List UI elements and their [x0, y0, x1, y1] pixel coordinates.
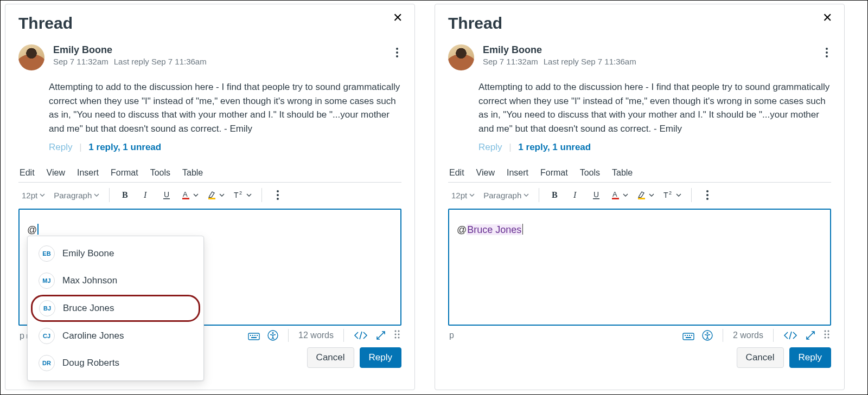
- mention-option[interactable]: CJ Caroline Jones: [31, 323, 200, 349]
- menu-view[interactable]: View: [476, 168, 495, 178]
- avatar[interactable]: [18, 44, 44, 70]
- svg-point-53: [828, 331, 829, 332]
- svg-rect-49: [686, 337, 691, 338]
- fullscreen-icon[interactable]: [805, 330, 816, 341]
- menu-table[interactable]: Table: [182, 168, 203, 178]
- highlight-color-icon[interactable]: [634, 186, 658, 204]
- close-icon[interactable]: ✕: [393, 12, 403, 24]
- accessibility-icon[interactable]: [267, 330, 278, 341]
- mention-dropdown: EB Emily Boone MJ Max Johnson BJ Bruce J…: [27, 236, 204, 381]
- reply-button[interactable]: Reply: [789, 347, 831, 368]
- editor-content[interactable]: @Bruce Jones: [448, 209, 831, 326]
- reply-button[interactable]: Reply: [360, 347, 401, 368]
- post-body: Attempting to add to the discussion here…: [478, 80, 831, 135]
- keyboard-icon[interactable]: [682, 331, 694, 340]
- svg-point-24: [398, 331, 400, 332]
- reply-link[interactable]: Reply: [49, 142, 72, 152]
- font-size-select[interactable]: 12pt: [448, 186, 478, 204]
- underline-icon[interactable]: U: [157, 186, 176, 204]
- svg-rect-20: [251, 337, 257, 338]
- bold-icon[interactable]: B: [546, 186, 564, 204]
- element-path[interactable]: p: [449, 331, 454, 340]
- mention-option[interactable]: DR Doug Roberts: [31, 350, 200, 376]
- menu-insert[interactable]: Insert: [507, 168, 528, 178]
- superscript-icon[interactable]: T2: [660, 186, 685, 204]
- editor-toolbar: 12pt Paragraph B I U A T2: [18, 182, 401, 206]
- highlight-color-icon[interactable]: [204, 186, 228, 204]
- menu-tools[interactable]: Tools: [580, 168, 600, 178]
- bold-icon[interactable]: B: [116, 186, 135, 204]
- more-options-icon[interactable]: [822, 44, 831, 70]
- underline-icon[interactable]: U: [587, 186, 605, 204]
- mention-option-label: Doug Roberts: [62, 358, 119, 368]
- post-author: Emily Boone: [483, 44, 814, 56]
- menu-edit[interactable]: Edit: [20, 168, 35, 178]
- italic-icon[interactable]: I: [566, 186, 585, 204]
- italic-icon[interactable]: I: [137, 186, 155, 204]
- svg-point-42: [706, 194, 709, 196]
- cancel-button[interactable]: Cancel: [737, 347, 784, 368]
- svg-rect-37: [612, 198, 619, 199]
- more-options-icon[interactable]: [393, 44, 401, 70]
- svg-point-56: [825, 337, 826, 339]
- html-editor-icon[interactable]: [354, 331, 368, 340]
- more-toolbar-icon[interactable]: [269, 186, 287, 204]
- svg-point-25: [395, 334, 397, 335]
- mention-avatar: CJ: [39, 328, 55, 344]
- svg-point-41: [706, 190, 709, 192]
- svg-point-13: [277, 194, 279, 196]
- mention-chip[interactable]: Bruce Jones: [467, 224, 522, 235]
- cancel-button[interactable]: Cancel: [307, 347, 354, 368]
- replies-summary-link[interactable]: 1 reply, 1 unread: [88, 142, 161, 152]
- resize-handle-icon[interactable]: [394, 329, 400, 342]
- replies-summary-link[interactable]: 1 reply, 1 unread: [518, 142, 591, 152]
- post-timestamp: Sep 7 11:32am: [483, 57, 538, 66]
- svg-point-26: [398, 334, 400, 335]
- rich-text-editor: Edit View Insert Format Tools Table 12pt…: [18, 167, 401, 368]
- more-toolbar-icon[interactable]: [698, 186, 717, 204]
- menu-format[interactable]: Format: [540, 168, 568, 178]
- resize-handle-icon[interactable]: [824, 329, 830, 342]
- svg-rect-17: [252, 335, 253, 336]
- reply-link[interactable]: Reply: [478, 142, 502, 152]
- font-size-select[interactable]: 12pt: [18, 186, 48, 204]
- menu-table[interactable]: Table: [612, 168, 633, 178]
- post-timestamp: Sep 7 11:32am: [53, 57, 108, 66]
- svg-rect-9: [208, 198, 215, 199]
- keyboard-icon[interactable]: [248, 331, 260, 340]
- superscript-icon[interactable]: T2: [230, 186, 255, 204]
- menu-view[interactable]: View: [47, 168, 65, 178]
- accessibility-icon[interactable]: [702, 330, 713, 341]
- menu-edit[interactable]: Edit: [449, 168, 464, 178]
- mention-option-highlighted[interactable]: BJ Bruce Jones: [31, 295, 200, 322]
- mention-option-label: Caroline Jones: [62, 331, 124, 341]
- html-editor-icon[interactable]: [783, 331, 797, 340]
- block-format-select[interactable]: Paragraph: [50, 186, 103, 204]
- thread-pane-right: ✕ Thread Emily Boone Sep 7 11:32amLast r…: [435, 4, 845, 390]
- mention-avatar: MJ: [39, 273, 55, 289]
- text-color-icon[interactable]: A: [608, 186, 631, 204]
- text-caret: [37, 224, 39, 235]
- svg-rect-38: [638, 198, 645, 199]
- svg-rect-44: [683, 333, 694, 340]
- svg-rect-46: [687, 335, 688, 336]
- menu-tools[interactable]: Tools: [150, 168, 170, 178]
- last-reply-timestamp: Last reply Sep 7 11:36am: [544, 57, 636, 66]
- text-caret: [522, 224, 523, 235]
- fullscreen-icon[interactable]: [375, 330, 386, 341]
- editor-content[interactable]: @ EB Emily Boone MJ Max Johnson BJ Bruce…: [18, 209, 401, 326]
- avatar[interactable]: [448, 44, 474, 70]
- svg-rect-47: [689, 335, 690, 336]
- text-color-icon[interactable]: A: [178, 186, 202, 204]
- close-icon[interactable]: ✕: [822, 12, 832, 24]
- mention-option[interactable]: MJ Max Johnson: [31, 268, 200, 294]
- block-format-select[interactable]: Paragraph: [480, 186, 532, 204]
- chevron-down-icon: [524, 192, 529, 198]
- menu-insert[interactable]: Insert: [77, 168, 99, 178]
- editor-actions: Cancel Reply: [448, 347, 831, 368]
- svg-point-0: [396, 48, 398, 50]
- svg-point-51: [706, 332, 708, 334]
- mention-option[interactable]: EB Emily Boone: [31, 241, 200, 267]
- menu-format[interactable]: Format: [111, 168, 138, 178]
- chevron-down-icon: [193, 192, 199, 198]
